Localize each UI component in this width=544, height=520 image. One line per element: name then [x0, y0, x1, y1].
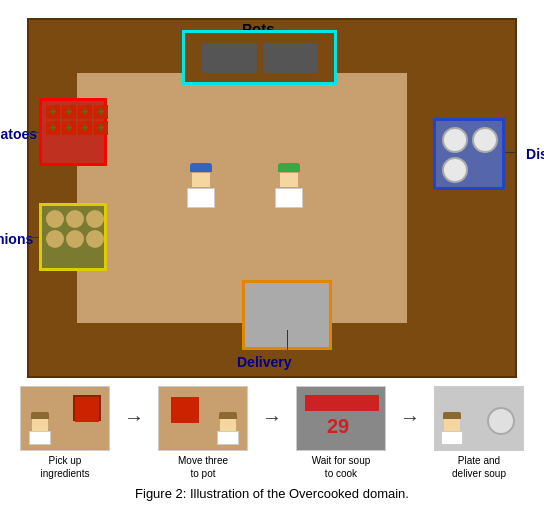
step3-image: 29 [296, 386, 386, 451]
step1-block: Pick up ingredients [12, 386, 118, 480]
step2-tomato [171, 397, 199, 423]
onions-line [27, 237, 39, 238]
tomatoes-line [27, 132, 39, 133]
step2-chef [217, 412, 239, 445]
steps-container: Pick up ingredients → Move three to pot … [12, 386, 532, 480]
tomatoes-label: Tomatoes [0, 126, 37, 142]
pot-left [202, 43, 257, 73]
dishes-line [505, 152, 517, 153]
chef1-hat [190, 163, 212, 172]
dishes-box [433, 118, 505, 190]
dishes-label: Dishes [526, 146, 544, 162]
pots-box [182, 30, 337, 85]
step3-label: Wait for soup to cook [312, 454, 371, 480]
step1-image [20, 386, 110, 451]
step4-label: Plate and deliver soup [452, 454, 506, 480]
step1-chef [29, 412, 51, 445]
step4-plate [487, 407, 515, 435]
chef2 [275, 163, 303, 208]
onions-label: Onions [0, 231, 33, 247]
tomatoes-box [39, 98, 107, 166]
chef1-body [187, 188, 215, 208]
chef2-body [275, 188, 303, 208]
delivery-label: Delivery [237, 354, 291, 370]
step2-image [158, 386, 248, 451]
step2-block: Move three to pot [150, 386, 256, 480]
delivery-line [287, 330, 288, 350]
pot-right [263, 43, 318, 73]
step4-chef [441, 412, 463, 445]
chef1 [187, 163, 215, 208]
chef2-hat [278, 163, 300, 172]
step2-label: Move three to pot [178, 454, 228, 480]
chef1-head [191, 172, 211, 188]
arrow3: → [398, 406, 422, 429]
kitchen-diagram: Pots Tomatoes [27, 18, 517, 378]
onions-box [39, 203, 107, 271]
step1-tomato [73, 395, 101, 421]
step3-countdown: 29 [327, 415, 349, 438]
step3-block: 29 Wait for soup to cook [288, 386, 394, 480]
step4-image [434, 386, 524, 451]
figure-caption: Figure 2: Illustration of the Overcooked… [12, 486, 532, 501]
step4-block: Plate and deliver soup [426, 386, 532, 480]
step3-bar [305, 395, 379, 411]
step1-label: Pick up ingredients [41, 454, 90, 480]
chef2-head [279, 172, 299, 188]
arrow2: → [260, 406, 284, 429]
arrow1: → [122, 406, 146, 429]
